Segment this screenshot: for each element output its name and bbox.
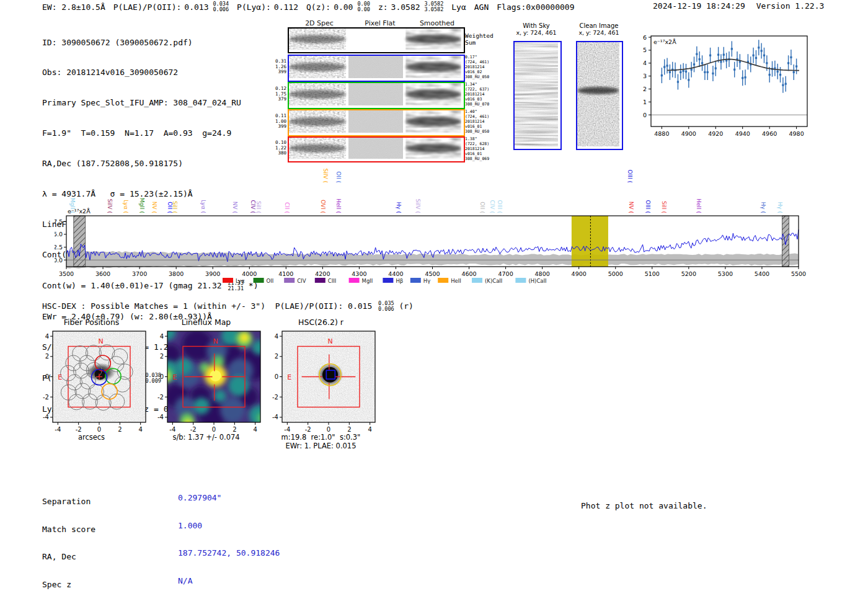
with-sky-block: With Sky x, y: 724, 461 — [511, 22, 562, 36]
svg-text:OIII (: OIII ( — [627, 170, 633, 183]
svg-text:4800: 4800 — [535, 270, 550, 277]
svg-text:-2: -2 — [76, 426, 82, 433]
svg-text:SiIV (: SiIV ( — [415, 199, 421, 213]
report-version: Version 1.22.3 — [756, 1, 825, 11]
svg-text:-2: -2 — [190, 426, 197, 433]
with-sky-image — [513, 41, 562, 150]
lineflux-map-title: Lineflux Map — [149, 318, 264, 327]
lineflux-caption: s/b: 1.37 +/- 0.074 — [149, 433, 264, 442]
svg-text:-4: -4 — [43, 414, 49, 420]
spec2d-row-fiber4 — [288, 136, 465, 162]
with-sky-title: With Sky — [511, 22, 562, 29]
svg-text:0: 0 — [212, 426, 216, 433]
svg-text:Lyα (: Lyα ( — [200, 200, 206, 213]
plae-poii-label: P(LAE)/P(OII): — [113, 2, 182, 12]
svg-text:4700: 4700 — [498, 270, 513, 277]
full-spectrum-plot: 3500360037003800390040004100420043004400… — [55, 162, 831, 294]
spec2d-header-smoothed: Smoothed — [412, 19, 462, 27]
svg-text:-2: -2 — [157, 394, 164, 401]
lineflux-map-plot: NE-4-4-2-2002244 — [149, 326, 264, 438]
svg-text:OIII (: OIII ( — [645, 200, 651, 213]
header-timestamp: 2024-12-19 18:24:29 Version 1.22.3 — [653, 1, 824, 11]
hsc-cutout-plot: NE-4-4-2-2002244 — [264, 326, 378, 438]
svg-text:Lyα: Lyα — [236, 278, 245, 284]
svg-text:Hγ (: Hγ ( — [760, 202, 766, 213]
svg-text:0.0: 0.0 — [55, 257, 63, 264]
with-sky-coords: x, y: 724, 461 — [511, 29, 562, 36]
plya-group: P(Lyα): 0.112 — [237, 2, 298, 12]
match-specz: N/A — [178, 577, 280, 586]
svg-text:NV (: NV ( — [232, 202, 238, 213]
svg-text:N: N — [213, 337, 218, 345]
clean-image-title: Clean Image — [574, 22, 624, 29]
svg-text:0: 0 — [45, 373, 49, 380]
match-radec: 187.752742, 50.918246 — [178, 549, 280, 558]
svg-text:2: 2 — [118, 426, 122, 433]
spec2d-row-fiber3 — [288, 109, 465, 136]
line-fit-inset-plot: 4880490049204940496049800123456e⁻¹⁷x2Å — [637, 31, 823, 146]
svg-text:4900: 4900 — [681, 130, 696, 137]
svg-text:5400: 5400 — [755, 270, 769, 277]
svg-text:(K)CaII: (K)CaII — [485, 278, 502, 284]
svg-text:3700: 3700 — [132, 270, 147, 277]
match-table-labels: Separation Match score RA, Dec Spec z Ph… — [42, 479, 115, 591]
svg-text:3900: 3900 — [205, 270, 220, 277]
hsc-cutout-title: HSC(26.2) r — [264, 318, 378, 327]
svg-text:4: 4 — [275, 333, 278, 340]
elixer-detection-report: EW: 2.8±10.5Å P(LAE)/P(OII): 0.013 0.034… — [0, 0, 868, 591]
svg-text:3500: 3500 — [59, 270, 74, 277]
spec2d-header-pixelflat: Pixel Flat — [355, 19, 405, 27]
hsc-caption-1: m:19.8 re:1.0" s:0.3" — [264, 433, 378, 442]
svg-text:MgII (: MgII ( — [69, 198, 76, 213]
svg-text:5.0: 5.0 — [55, 231, 63, 238]
svg-text:-2: -2 — [272, 394, 278, 401]
svg-text:4400: 4400 — [388, 270, 403, 277]
spec2d-row-fiber1 — [288, 55, 465, 82]
header-summary-line: EW: 2.8±10.5Å P(LAE)/P(OII): 0.013 0.034… — [42, 1, 574, 13]
svg-text:4300: 4300 — [352, 270, 366, 277]
svg-text:MgII (: MgII ( — [139, 198, 145, 213]
svg-text:E: E — [172, 373, 177, 381]
svg-text:4: 4 — [643, 60, 647, 66]
svg-text:2: 2 — [45, 353, 49, 360]
svg-text:4940: 4940 — [735, 130, 750, 137]
svg-text:0: 0 — [275, 373, 278, 380]
svg-text:2: 2 — [275, 353, 278, 360]
fiber1-weights: 0.311.26399 — [272, 59, 286, 75]
svg-text:NV (: NV ( — [628, 202, 634, 213]
svg-text:2: 2 — [643, 86, 647, 92]
svg-text:Lyα (: Lyα ( — [123, 200, 129, 213]
clean-image — [576, 41, 623, 150]
svg-text:5300: 5300 — [718, 270, 733, 277]
match-separation: 0.297904" — [178, 494, 280, 503]
svg-text:OVI (: OVI ( — [320, 200, 326, 213]
svg-text:4000: 4000 — [242, 270, 257, 277]
svg-text:2: 2 — [160, 353, 164, 360]
svg-text:Hβ: Hβ — [396, 278, 403, 284]
svg-text:OII (: OII ( — [479, 202, 485, 213]
fiber3-weights: 0.111.00399 — [272, 113, 286, 130]
svg-text:SiII (: SiII ( — [255, 201, 262, 213]
svg-text:-4: -4 — [169, 426, 175, 433]
spec2d-row-weighted — [288, 27, 465, 53]
svg-text:OIII (: OIII ( — [497, 200, 503, 213]
svg-text:HeII: HeII — [451, 278, 461, 284]
svg-text:7.5: 7.5 — [55, 218, 63, 225]
svg-text:3800: 3800 — [169, 270, 184, 277]
info-seeing: F=1.9" T=0.159 N=1.17 A=0.93 g=24.9 — [42, 128, 259, 138]
svg-text:CIV (: CIV ( — [489, 200, 495, 213]
svg-text:1: 1 — [643, 99, 647, 105]
svg-text:Hγ (: Hγ ( — [777, 202, 783, 213]
svg-text:N: N — [327, 337, 332, 345]
svg-text:2.5: 2.5 — [55, 244, 63, 251]
svg-text:2: 2 — [347, 426, 351, 433]
fiber4-annotation: 1.38"(722, 628)20181214v016_01308_RU_069 — [465, 137, 505, 162]
info-primary-amp: Primary Spec_Slot_IFU_AMP: 308_047_024_R… — [42, 98, 259, 108]
svg-text:4600: 4600 — [461, 270, 476, 277]
spec2d-row-fiber2 — [288, 82, 465, 109]
clean-image-coords: x, y: 724, 461 — [574, 29, 624, 36]
svg-text:4900: 4900 — [572, 270, 587, 277]
svg-text:4: 4 — [368, 426, 371, 433]
hsc-caption-2: EWr: 1. PLAE: 0.015 — [264, 442, 378, 450]
svg-text:5: 5 — [643, 47, 647, 53]
